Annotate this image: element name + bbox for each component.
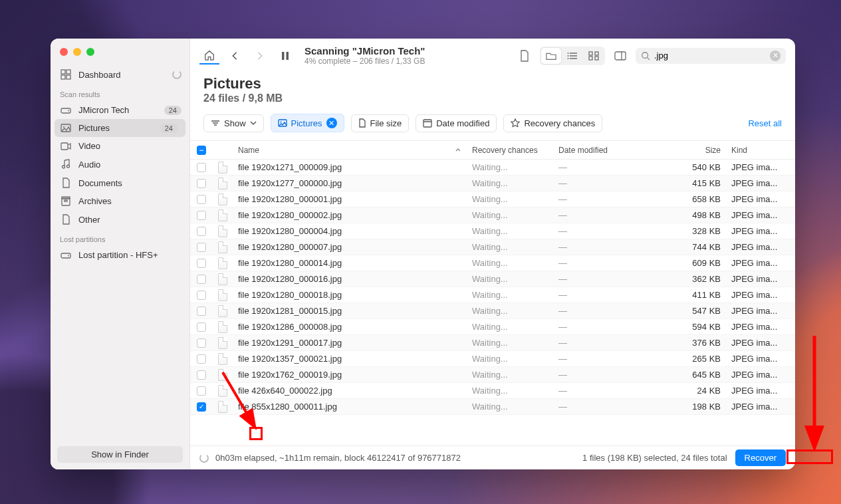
table-row[interactable]: file 1920x1280_000007.jpgWaiting...—744 … [190, 239, 795, 255]
window-controls [51, 48, 189, 65]
new-file-icon[interactable] [515, 47, 535, 64]
table-row[interactable]: file 1920x1271_000009.jpgWaiting...—540 … [190, 160, 795, 176]
row-checkbox[interactable] [197, 386, 206, 396]
file-icon [218, 193, 227, 205]
sidebar-section-lost-partitions: Lost partitions [51, 229, 189, 246]
sidebar-item-pictures[interactable]: Pictures24 [55, 119, 185, 137]
svg-rect-13 [64, 200, 67, 201]
back-button[interactable] [225, 47, 245, 64]
sidebar-item-documents[interactable]: Documents [51, 174, 189, 192]
sidebar-item-drive[interactable]: JMicron Tech24 [51, 101, 189, 119]
col-name[interactable]: Name [233, 146, 467, 155]
table-row[interactable]: file 1920x1291_000017.jpgWaiting...—376 … [190, 335, 795, 351]
file-size: 376 KB [666, 338, 726, 348]
table-row[interactable]: file 1920x1357_000021.jpgWaiting...—265 … [190, 351, 795, 367]
search-box[interactable]: ✕ [636, 48, 786, 64]
col-date[interactable]: Date modified [553, 146, 666, 155]
col-kind[interactable]: Kind [726, 146, 786, 155]
row-checkbox[interactable] [197, 338, 206, 348]
table-row[interactable]: file 1920x1281_000015.jpgWaiting...—547 … [190, 303, 795, 319]
pause-scan-button[interactable] [275, 47, 295, 64]
file-icon [218, 257, 227, 269]
table-row[interactable]: ✓file 855x1280_000011.jpgWaiting...—198 … [190, 399, 795, 415]
file-size: 24 KB [666, 386, 726, 396]
row-checkbox[interactable] [197, 163, 206, 172]
table-row[interactable]: file 1920x1280_000018.jpgWaiting...—411 … [190, 287, 795, 303]
sidebar-item-other[interactable]: Other [51, 210, 189, 229]
row-checkbox[interactable] [197, 370, 206, 380]
file-kind: JPEG ima... [726, 354, 786, 364]
row-checkbox[interactable] [197, 243, 206, 252]
table-row[interactable]: file 1920x1280_000001.jpgWaiting...—658 … [190, 191, 795, 207]
sidebar-item-video[interactable]: Video [51, 137, 189, 155]
table-row[interactable]: file 1920x1762_000019.jpgWaiting...—645 … [190, 367, 795, 383]
table-row[interactable]: file 1920x1277_000000.jpgWaiting...—415 … [190, 176, 795, 191]
col-size[interactable]: Size [666, 146, 726, 155]
loading-spinner-icon [172, 70, 181, 79]
table-row[interactable]: file 1920x1280_000016.jpgWaiting...—362 … [190, 271, 795, 287]
home-button[interactable] [199, 47, 219, 64]
sidebar-item-hfs[interactable]: Lost partition - HFS+ [51, 246, 189, 264]
search-input[interactable] [654, 51, 766, 61]
file-name: file 1920x1280_000004.jpg [233, 226, 467, 236]
row-checkbox[interactable] [197, 307, 206, 316]
row-checkbox[interactable] [197, 179, 206, 188]
recovery-status: Waiting... [472, 402, 508, 412]
pictures-filter-pill[interactable]: Pictures ✕ [271, 114, 344, 132]
file-kind: JPEG ima... [726, 274, 786, 284]
file-size: 594 KB [666, 322, 726, 332]
row-checkbox[interactable]: ✓ [197, 402, 206, 412]
row-checkbox[interactable] [197, 259, 206, 268]
sidebar-item-archives[interactable]: Archives [51, 192, 189, 210]
toggle-preview-pane-button[interactable] [610, 47, 630, 64]
recovery-filter-button[interactable]: Recovery chances [503, 114, 602, 132]
reset-filters-button[interactable]: Reset all [748, 118, 782, 128]
svg-point-36 [280, 122, 281, 123]
svg-point-5 [68, 110, 69, 111]
sidebar-item-audio[interactable]: Audio [51, 155, 189, 174]
table-row[interactable]: file 1920x1280_000004.jpgWaiting...—328 … [190, 223, 795, 239]
row-checkbox[interactable] [197, 322, 206, 332]
col-recovery[interactable]: Recovery chances [467, 146, 553, 155]
show-in-finder-button[interactable]: Show in Finder [57, 446, 183, 463]
filesize-filter-button[interactable]: File size [351, 114, 410, 132]
recover-button[interactable]: Recover [735, 449, 786, 466]
view-list-button[interactable] [562, 48, 582, 64]
minimize-window-button[interactable] [73, 48, 81, 56]
date-modified: — [558, 178, 567, 188]
date-modified: — [558, 290, 567, 300]
document-icon [60, 178, 72, 188]
table-row[interactable]: file 1920x1280_000002.jpgWaiting...—498 … [190, 207, 795, 223]
filesize-filter-label: File size [370, 118, 402, 128]
close-window-button[interactable] [60, 48, 68, 56]
zoom-window-button[interactable] [86, 48, 94, 56]
row-checkbox[interactable] [197, 211, 206, 220]
row-checkbox[interactable] [197, 227, 206, 236]
date-filter-button[interactable]: Date modified [416, 114, 497, 132]
file-icon [218, 273, 227, 285]
view-folder-button[interactable] [541, 48, 561, 64]
row-checkbox[interactable] [197, 291, 206, 300]
file-icon [218, 225, 227, 237]
show-filter-button[interactable]: Show [203, 114, 264, 132]
recovery-status: Waiting... [472, 322, 508, 332]
forward-button[interactable] [250, 47, 270, 64]
select-all-checkbox[interactable]: − [190, 146, 213, 155]
row-checkbox[interactable] [197, 195, 206, 204]
row-checkbox[interactable] [197, 275, 206, 284]
file-size: 265 KB [666, 354, 726, 364]
selection-summary: 1 files (198 KB) selected, 24 files tota… [582, 453, 727, 463]
clear-search-button[interactable]: ✕ [770, 51, 781, 61]
row-checkbox[interactable] [197, 354, 206, 364]
sidebar-item-dashboard[interactable]: Dashboard [51, 65, 189, 84]
recovery-status: Waiting... [472, 290, 508, 300]
view-grid-button[interactable] [584, 48, 604, 64]
recovery-status: Waiting... [472, 386, 508, 396]
file-size: 362 KB [666, 274, 726, 284]
table-row[interactable]: file 1920x1286_000008.jpgWaiting...—594 … [190, 319, 795, 335]
table-row[interactable]: file 1920x1280_000014.jpgWaiting...—609 … [190, 255, 795, 271]
recovery-status: Waiting... [472, 258, 508, 268]
table-row[interactable]: file 426x640_000022.jpgWaiting...—24 KBJ… [190, 383, 795, 399]
remove-filter-button[interactable]: ✕ [326, 118, 337, 128]
file-size: 198 KB [666, 402, 726, 412]
